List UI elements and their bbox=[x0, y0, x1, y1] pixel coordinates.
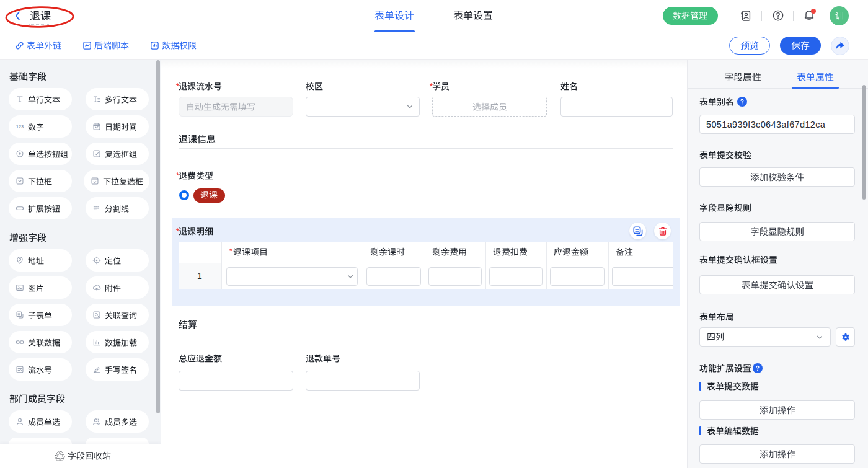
svg-text:123: 123 bbox=[16, 124, 24, 130]
